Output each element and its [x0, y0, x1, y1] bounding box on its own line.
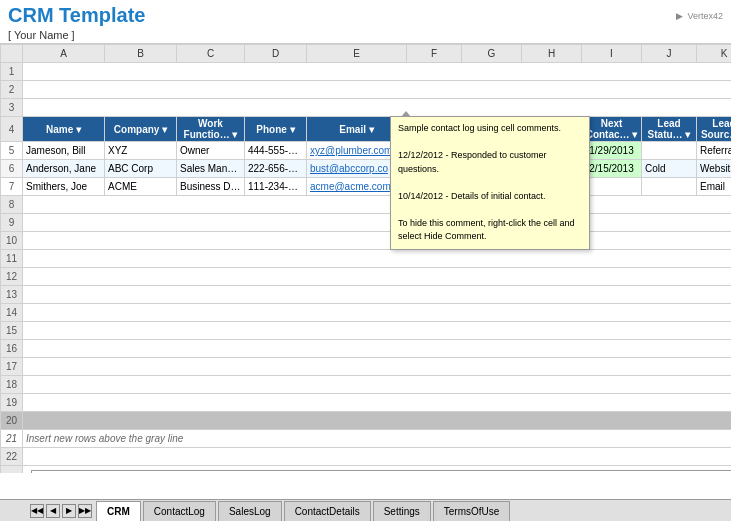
rownum-23: 23 [1, 466, 23, 474]
header-company[interactable]: Company ▾ [105, 117, 177, 142]
tab-settings[interactable]: Settings [373, 501, 431, 521]
col-a: A [23, 45, 105, 63]
row-2: 2 [1, 81, 732, 99]
brand-logo: ▶ Vertex42 [676, 11, 723, 21]
comment-line-1: Sample contact log using cell comments. [398, 122, 582, 136]
col-f: F [407, 45, 462, 63]
cell-5-work[interactable]: Owner [177, 142, 245, 160]
cell-6-name[interactable]: Anderson, Jane [23, 160, 105, 178]
comment-line-3: 10/14/2012 - Details of initial contact. [398, 190, 582, 204]
col-e: E [307, 45, 407, 63]
insert-row: 21 Insert new rows above the gray line [1, 430, 732, 448]
row-11: 11 [1, 250, 732, 268]
tab-contactdetails[interactable]: ContactDetails [284, 501, 371, 521]
cell-7-company[interactable]: ACME [105, 178, 177, 196]
row-19: 19 [1, 394, 732, 412]
tab-nav-first[interactable]: ◀◀ [30, 504, 44, 518]
tab-contactlog[interactable]: ContactLog [143, 501, 216, 521]
header-phone[interactable]: Phone ▾ [245, 117, 307, 142]
corner-cell [1, 45, 23, 63]
rownum-7: 7 [1, 178, 23, 196]
cell-6-lead-source[interactable]: Website [697, 160, 732, 178]
col-k: K [697, 45, 732, 63]
gray-divider-row: 20 [1, 412, 732, 430]
cell-6-phone[interactable]: 222-656-7890 [245, 160, 307, 178]
row3-content [23, 99, 732, 117]
tab-termsofuse[interactable]: TermsOfUse [433, 501, 511, 521]
row1-content [23, 63, 732, 81]
tab-saleslog[interactable]: SalesLog [218, 501, 282, 521]
rownum-1: 1 [1, 63, 23, 81]
cell-5-lead-status[interactable] [642, 142, 697, 160]
row-15: 15 [1, 322, 732, 340]
header-name[interactable]: Name ▾ [23, 117, 105, 142]
row-16: 16 [1, 340, 732, 358]
cell-5-phone[interactable]: 444-555-6666 [245, 142, 307, 160]
cell-6-company[interactable]: ABC Corp [105, 160, 177, 178]
rownum-3: 3 [1, 99, 23, 117]
cell-6-next-contact[interactable]: 2/15/2013 [582, 160, 642, 178]
rownum-20: 20 [1, 412, 23, 430]
cell-5-next-contact[interactable]: 1/29/2013 [582, 142, 642, 160]
cell-7-lead-source[interactable]: Email [697, 178, 732, 196]
cell-5-name[interactable]: Jameson, Bill [23, 142, 105, 160]
header-next-contact[interactable]: NextContac… ▾ [582, 117, 642, 142]
spreadsheet: A B C D E F G H I J K 1 [0, 43, 731, 473]
rownum-21: 21 [1, 430, 23, 448]
row-9: 9 [1, 214, 732, 232]
tab-crm[interactable]: CRM [96, 501, 141, 521]
tab-nav-last[interactable]: ▶▶ [78, 504, 92, 518]
comment-line-2: 12/12/2012 - Responded to customer quest… [398, 149, 582, 176]
rownum-2: 2 [1, 81, 23, 99]
comment-popup: Sample contact log using cell comments. … [390, 116, 590, 250]
cell-7-phone[interactable]: 111-234-5678 [245, 178, 307, 196]
tab-nav-next[interactable]: ▶ [62, 504, 76, 518]
instructions-box: Instructions: 1) Enter the Name, Company… [31, 470, 731, 473]
data-row-5: 5 Jameson, Bill XYZ Owner 444-555-6666 x… [1, 142, 732, 160]
sheet-table: A B C D E F G H I J K 1 [0, 44, 731, 473]
cell-7-work[interactable]: Business Dev. [177, 178, 245, 196]
cell-6-lead-status[interactable]: Cold [642, 160, 697, 178]
cell-7-next-contact[interactable] [582, 178, 642, 196]
row-8: 8 [1, 196, 732, 214]
row-22: 22 [1, 448, 732, 466]
title-area: CRM Template ▶ Vertex42 [0, 0, 731, 29]
cell-7-name[interactable]: Smithers, Joe [23, 178, 105, 196]
cell-5-lead-source[interactable]: Referral [697, 142, 732, 160]
row-12: 12 [1, 268, 732, 286]
crm-title: CRM Template [8, 4, 145, 27]
row-13: 13 [1, 286, 732, 304]
rownum-5: 5 [1, 142, 23, 160]
col-b: B [105, 45, 177, 63]
row-1: 1 [1, 63, 732, 81]
col-h: H [522, 45, 582, 63]
header-work[interactable]: WorkFunctio… ▾ [177, 117, 245, 142]
row-3: 3 [1, 99, 732, 117]
data-row-6: 6 Anderson, Jane ABC Corp Sales Manager … [1, 160, 732, 178]
gray-divider-cell [23, 412, 732, 430]
brand-icon: ▶ [676, 11, 683, 21]
rownum-4: 4 [1, 117, 23, 142]
col-d: D [245, 45, 307, 63]
tab-nav-prev[interactable]: ◀ [46, 504, 60, 518]
tab-navigation: ◀◀ ◀ ▶ ▶▶ [30, 504, 92, 518]
col-i: I [582, 45, 642, 63]
rownum-6: 6 [1, 160, 23, 178]
col-g: G [462, 45, 522, 63]
row-18: 18 [1, 376, 732, 394]
header-lead-source[interactable]: LeadSourc… ▾ [697, 117, 732, 142]
your-name: [ Your Name ] [0, 29, 731, 43]
data-row-7: 7 Smithers, Joe ACME Business Dev. 111-2… [1, 178, 732, 196]
header-row: 4 Name ▾ Company ▾ WorkFunctio… ▾ Phone … [1, 117, 732, 142]
brand-name: Vertex42 [687, 11, 723, 21]
instructions-row: 23 Instructions: 1) Enter the Name, Comp… [1, 466, 732, 474]
cell-7-lead-status[interactable] [642, 178, 697, 196]
row-10: 10 [1, 232, 732, 250]
tabs-bar: ◀◀ ◀ ▶ ▶▶ CRM ContactLog SalesLog Contac… [0, 499, 731, 521]
cell-6-work[interactable]: Sales Manager [177, 160, 245, 178]
col-j: J [642, 45, 697, 63]
cell-5-company[interactable]: XYZ [105, 142, 177, 160]
header-lead-status[interactable]: LeadStatu… ▾ [642, 117, 697, 142]
comment-line-4: To hide this comment, right-click the ce… [398, 217, 582, 244]
row-17: 17 [1, 358, 732, 376]
